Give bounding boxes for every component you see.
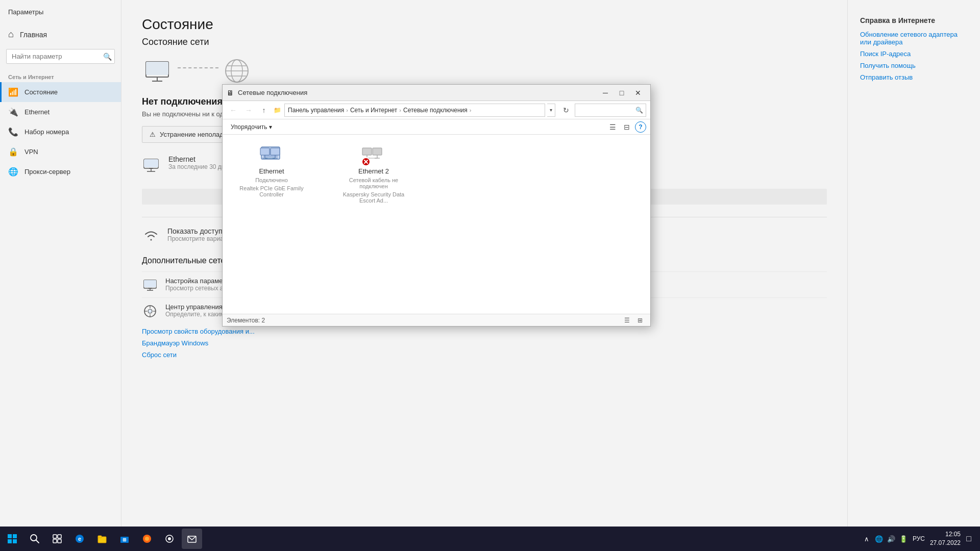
- task-view-button[interactable]: [47, 529, 67, 549]
- sidebar-item-status[interactable]: 📶 Состояние: [0, 82, 121, 102]
- search-input[interactable]: [6, 49, 115, 64]
- tray-network[interactable]: 🌐: [874, 534, 884, 544]
- view-details-button[interactable]: ⊟: [621, 121, 633, 133]
- adapter-item-ethernet1[interactable]: Ethernet Подключено Realtek PCIe GbE Fam…: [231, 141, 312, 202]
- back-button[interactable]: ←: [227, 104, 240, 117]
- adapter-status-ethernet1: Подключено: [255, 177, 288, 183]
- breadcrumb-network[interactable]: Сеть и Интернет: [350, 107, 397, 114]
- svg-rect-35: [362, 148, 372, 155]
- right-sidebar-title: Справка в Интернете: [860, 16, 968, 24]
- address-dropdown-button[interactable]: ▾: [547, 104, 555, 117]
- app-title: Параметры: [0, 4, 121, 24]
- svg-rect-58: [98, 536, 102, 538]
- sidebar-item-ethernet[interactable]: 🔌 Ethernet: [0, 102, 121, 122]
- svg-rect-51: [53, 535, 57, 538]
- sidebar-item-proxy-label: Прокси-сервер: [24, 168, 70, 176]
- tray-chevron[interactable]: ∧: [862, 534, 872, 544]
- taskbar-explorer-button[interactable]: [92, 529, 112, 549]
- taskbar-edge-button[interactable]: e: [69, 529, 90, 549]
- tray-battery[interactable]: 🔋: [898, 534, 909, 544]
- view-list-button[interactable]: ☰: [606, 121, 619, 133]
- adapter-settings-icon: [142, 278, 158, 292]
- firefox-icon: [142, 534, 152, 544]
- tray-volume[interactable]: 🔊: [886, 534, 896, 544]
- forward-button[interactable]: →: [242, 104, 255, 117]
- settings-icon: [164, 534, 175, 544]
- adapter-status-ethernet2: Сетевой кабель не подключен: [337, 177, 410, 189]
- find-ip-link[interactable]: Поиск IP-адреса: [860, 50, 968, 58]
- window-statusbar: Элементов: 2 ☰ ⊞: [223, 314, 650, 326]
- reset-network-link[interactable]: Сброс сети: [142, 351, 827, 359]
- vpn-icon: 🔒: [8, 147, 18, 157]
- ethernet-duration: За последние 30 дн.: [168, 163, 227, 170]
- search-taskbar-button[interactable]: [24, 529, 45, 549]
- sidebar-item-home[interactable]: ⌂ Главная: [0, 24, 121, 45]
- home-icon: ⌂: [8, 29, 14, 40]
- sidebar-item-proxy[interactable]: 🌐 Прокси-сервер: [0, 162, 121, 182]
- taskbar-mail-button[interactable]: [182, 529, 202, 549]
- mail-icon: [187, 534, 197, 544]
- taskbar-store-button[interactable]: ⊞: [114, 529, 135, 549]
- search-button[interactable]: 🔍: [103, 53, 112, 61]
- task-view-icon: [52, 534, 62, 544]
- svg-rect-1: [146, 62, 168, 75]
- clock-date: 27.07.2022: [930, 539, 961, 547]
- adapter-icon-svg: [143, 278, 157, 292]
- send-feedback-link[interactable]: Отправить отзыв: [860, 73, 968, 81]
- svg-text:e: e: [78, 536, 81, 542]
- hardware-properties-link[interactable]: Просмотр свойств оборудования и...: [142, 328, 827, 335]
- maximize-button[interactable]: □: [614, 85, 630, 101]
- search-box: 🔍: [6, 49, 115, 64]
- warning-icon: ⚠: [150, 131, 156, 138]
- computer-icon-box: [142, 59, 173, 83]
- minimize-button[interactable]: ─: [597, 85, 614, 101]
- tray-icons: ∧ 🌐 🔊 🔋 РУС: [862, 534, 927, 544]
- statusbar-list-view[interactable]: ☰: [621, 314, 633, 327]
- adapter-item-ethernet2[interactable]: Ethernet 2 Сетевой кабель не подключен K…: [333, 141, 414, 208]
- taskbar: e ⊞: [0, 527, 980, 551]
- breadcrumb-connections[interactable]: Сетевые подключения: [403, 107, 468, 114]
- breadcrumb-panel[interactable]: Панель управления: [288, 107, 344, 114]
- statusbar-count: Элементов: 2: [227, 317, 265, 324]
- network-diagram: [142, 58, 827, 84]
- sidebar-item-dialup[interactable]: 📞 Набор номера: [0, 122, 121, 142]
- search-area: 🔍: [575, 104, 646, 117]
- statusbar-grid-view[interactable]: ⊞: [634, 314, 646, 327]
- svg-point-62: [145, 537, 149, 541]
- close-button[interactable]: ✕: [630, 85, 646, 101]
- net-connections-window: 🖥 Сетевые подключения ─ □ ✕ ← → ↑ 📁 Пане…: [222, 84, 651, 327]
- sidebar-item-vpn[interactable]: 🔒 VPN: [0, 142, 121, 162]
- taskbar-lang[interactable]: РУС: [911, 535, 927, 542]
- taskbar-right: ∧ 🌐 🔊 🔋 РУС 12:05 27.07.2022 □: [862, 530, 980, 547]
- firewall-link[interactable]: Брандмауэр Windows: [142, 339, 827, 347]
- svg-rect-45: [8, 534, 12, 538]
- sidebar-item-dialup-label: Набор номера: [24, 128, 69, 136]
- status-icon: 📶: [8, 87, 18, 97]
- update-driver-link[interactable]: Обновление сетевого адаптера или драйвер…: [860, 31, 968, 46]
- start-button[interactable]: [2, 529, 22, 549]
- taskbar-settings-button[interactable]: [159, 529, 180, 549]
- toolbar-right: ☰ ⊟ ?: [606, 121, 646, 133]
- error-x-icon: [362, 158, 370, 166]
- svg-rect-47: [8, 539, 12, 543]
- svg-rect-54: [58, 539, 61, 543]
- get-help-link[interactable]: Получить помощь: [860, 62, 968, 69]
- up-button[interactable]: ↑: [257, 104, 271, 117]
- address-breadcrumb: Панель управления › Сеть и Интернет › Се…: [284, 104, 545, 117]
- network-center-icon: [142, 304, 158, 318]
- help-button[interactable]: ?: [635, 121, 646, 133]
- globe-svg-icon: [224, 58, 250, 84]
- ethernet-text-box: Ethernet За последние 30 дн.: [168, 155, 227, 170]
- sidebar-home-label: Главная: [20, 31, 47, 39]
- adapter-driver-ethernet1: Realtek PCIe GbE Family Controller: [235, 185, 308, 197]
- adapter-svg-ethernet1: [259, 145, 284, 165]
- taskbar-clock[interactable]: 12:05 27.07.2022: [930, 530, 961, 547]
- breadcrumb-sep-3: ›: [470, 107, 472, 113]
- window-title-text: Сетевые подключения: [238, 89, 593, 96]
- svg-rect-52: [58, 535, 61, 538]
- organize-button[interactable]: Упорядочить ▾: [227, 121, 276, 133]
- notification-button[interactable]: □: [964, 534, 974, 544]
- refresh-button[interactable]: ↻: [559, 104, 573, 117]
- svg-point-49: [31, 535, 37, 541]
- taskbar-firefox-button[interactable]: [137, 529, 157, 549]
